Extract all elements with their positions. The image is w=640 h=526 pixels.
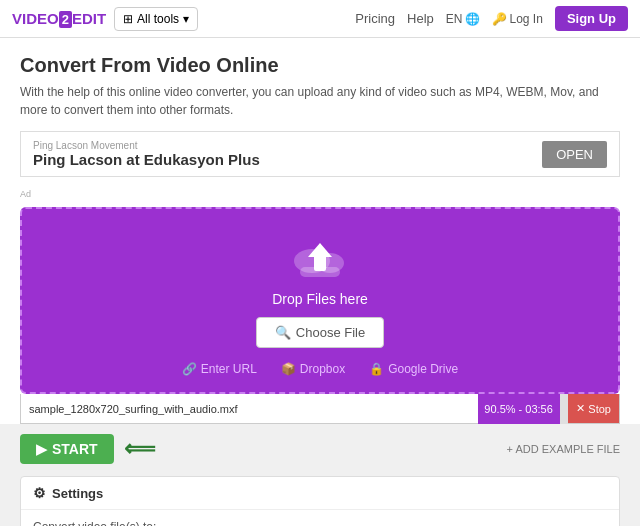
header-right: Pricing Help EN 🌐 🔑 Log In Sign Up [355,6,628,31]
logo-text: VIDEO2EDIT [12,10,106,27]
choose-file-label: Choose File [296,325,365,340]
logo: VIDEO2EDIT [12,10,106,27]
signup-button[interactable]: Sign Up [555,6,628,31]
ad-tag: Ad [20,189,620,199]
cloud-upload-icon [290,233,350,283]
svg-rect-4 [300,267,340,277]
page-content: Convert From Video Online With the help … [0,38,640,424]
ad-banner: Ping Lacson Movement Ping Lacson at Eduk… [20,131,620,177]
search-icon: 🔍 [275,325,291,340]
enter-url-link[interactable]: 🔗 Enter URL [182,362,257,376]
convert-label: Convert video file(s) to: [33,520,607,526]
settings-panel: ⚙ Settings Convert video file(s) to: MOV… [20,476,620,526]
language-selector[interactable]: EN 🌐 [446,12,480,26]
link-icon: 🔗 [182,362,197,376]
drop-files-text: Drop Files here [272,291,368,307]
file-name: sample_1280x720_surfing_with_audio.mxf [21,403,478,415]
dropbox-label: Dropbox [300,362,345,376]
ad-content: Ping Lacson Movement Ping Lacson at Eduk… [33,140,260,168]
settings-label: Settings [52,486,103,501]
settings-panel-header[interactable]: ⚙ Settings [21,477,619,510]
stop-label: Stop [588,403,611,415]
all-tools-button[interactable]: ⊞ All tools ▾ [114,7,198,31]
globe-icon: 🌐 [465,12,480,26]
start-row: ▶ START ⟸ + ADD EXAMPLE FILE [20,434,620,464]
signin-button[interactable]: 🔑 Log In [492,12,543,26]
play-icon: ▶ [36,441,47,457]
page-description: With the help of this online video conve… [20,83,620,119]
dropbox-link[interactable]: 📦 Dropbox [281,362,345,376]
google-drive-icon: 🔒 [369,362,384,376]
google-drive-label: Google Drive [388,362,458,376]
progress-bar: 90.5% - 03:56 [478,394,568,424]
lang-label: EN [446,12,463,26]
ad-title: Ping Lacson at Edukasyon Plus [33,151,260,168]
start-label: START [52,441,98,457]
settings-panel-body: Convert video file(s) to: MOV MP4 WEBM A… [21,510,619,526]
x-icon: ✕ [576,402,585,415]
ad-open-button[interactable]: OPEN [542,141,607,168]
all-tools-label: All tools [137,12,179,26]
start-button[interactable]: ▶ START [20,434,114,464]
google-drive-link[interactable]: 🔒 Google Drive [369,362,458,376]
start-left: ▶ START ⟸ [20,434,156,464]
dropbox-icon: 📦 [281,362,296,376]
ad-label: Ping Lacson Movement [33,140,260,151]
header: VIDEO2EDIT ⊞ All tools ▾ Pricing Help EN… [0,0,640,38]
grid-icon: ⊞ [123,12,133,26]
choose-file-button[interactable]: 🔍 Choose File [256,317,384,348]
file-row: sample_1280x720_surfing_with_audio.mxf 9… [20,394,620,424]
chevron-down-icon: ▾ [183,12,189,26]
settings-icon: ⚙ [33,485,46,501]
dropzone-links: 🔗 Enter URL 📦 Dropbox 🔒 Google Drive [182,362,458,376]
header-left: VIDEO2EDIT ⊞ All tools ▾ [12,7,198,31]
stop-button[interactable]: ✕ Stop [568,394,619,423]
help-link[interactable]: Help [407,11,434,26]
pricing-link[interactable]: Pricing [355,11,395,26]
signin-label: Log In [510,12,543,26]
enter-url-label: Enter URL [201,362,257,376]
main-area: ▶ START ⟸ + ADD EXAMPLE FILE ⚙ Settings … [0,424,640,526]
page-title: Convert From Video Online [20,54,620,77]
dropzone[interactable]: Drop Files here 🔍 Choose File 🔗 Enter UR… [20,207,620,394]
add-example-link[interactable]: + ADD EXAMPLE FILE [507,443,620,455]
arrow-icon: ⟸ [124,436,156,462]
login-icon: 🔑 [492,12,507,26]
progress-text: 90.5% - 03:56 [478,403,559,415]
